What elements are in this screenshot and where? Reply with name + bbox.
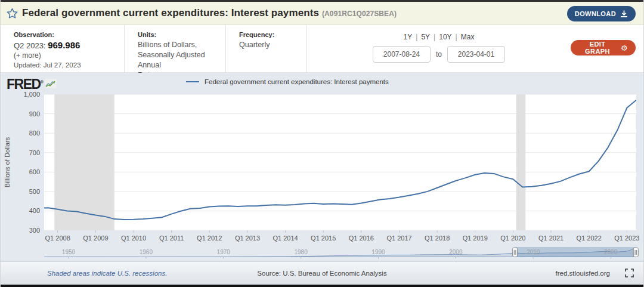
frequency-label: Frequency: bbox=[239, 31, 299, 38]
range-link-1y[interactable]: 1Y bbox=[402, 33, 414, 41]
fred-graph-widget: Federal government current expenditures:… bbox=[0, 0, 644, 287]
svg-text:Q1 2012: Q1 2012 bbox=[197, 234, 222, 242]
x-axis-labels: Q1 2008Q1 2009Q1 2010Q1 2011Q1 2012Q1 20… bbox=[45, 234, 640, 242]
meta-row: Observation: Q2 2023: 969.986 (+ more) U… bbox=[1, 25, 643, 73]
units-label: Units: bbox=[138, 31, 218, 38]
svg-text:Q1 2011: Q1 2011 bbox=[159, 234, 184, 242]
svg-text:1970: 1970 bbox=[217, 249, 231, 255]
updated-date: Updated: Jul 27, 2023 bbox=[14, 61, 117, 69]
svg-text:Q1 2016: Q1 2016 bbox=[349, 234, 374, 242]
range-link-separator: | bbox=[416, 33, 417, 41]
footer: Shaded areas indicate U.S. recessions. S… bbox=[1, 261, 643, 285]
plot-area[interactable] bbox=[44, 94, 636, 230]
date-range-panel: 1Y|5Y|10Y|Max to bbox=[307, 25, 571, 72]
header: Federal government current expenditures:… bbox=[1, 2, 643, 25]
download-button[interactable]: DOWNLOAD bbox=[567, 6, 636, 21]
observation-panel: Observation: Q2 2023: 969.986 (+ more) U… bbox=[1, 25, 125, 72]
svg-text:Q1 2018: Q1 2018 bbox=[425, 234, 450, 242]
edit-panel: EDIT GRAPH ⚙ bbox=[571, 25, 643, 72]
svg-text:1990: 1990 bbox=[371, 249, 385, 255]
svg-text:Q1 2015: Q1 2015 bbox=[311, 234, 336, 242]
end-date-input[interactable] bbox=[447, 46, 505, 63]
svg-text:Q1 2014: Q1 2014 bbox=[273, 234, 298, 242]
download-icon bbox=[620, 10, 628, 18]
series-id: (A091RC1Q027SBEA) bbox=[322, 10, 397, 18]
edit-graph-button[interactable]: EDIT GRAPH ⚙ bbox=[571, 40, 636, 55]
fullscreen-icon[interactable] bbox=[625, 269, 634, 277]
date-range-inputs: to bbox=[373, 46, 505, 63]
range-link-10y[interactable]: 10Y bbox=[438, 33, 453, 41]
main-chart[interactable]: 3004005006007008009001,000Q1 2008Q1 2009… bbox=[1, 73, 644, 261]
svg-text:Q1 2022: Q1 2022 bbox=[577, 234, 602, 242]
start-date-input[interactable] bbox=[373, 46, 431, 63]
svg-text:1950: 1950 bbox=[62, 249, 76, 255]
svg-text:Q1 2019: Q1 2019 bbox=[463, 234, 488, 242]
source-text: Source: U.S. Bureau of Economic Analysis bbox=[257, 270, 386, 277]
svg-text:Q1 2009: Q1 2009 bbox=[83, 234, 108, 242]
svg-text:2020: 2020 bbox=[604, 249, 618, 255]
svg-text:1,000: 1,000 bbox=[23, 91, 40, 98]
range-link-max[interactable]: Max bbox=[460, 33, 476, 41]
svg-text:400: 400 bbox=[29, 207, 40, 214]
svg-text:900: 900 bbox=[29, 110, 40, 118]
y-axis-labels: 3004005006007008009001,000 bbox=[23, 91, 40, 234]
observation-value: Q2 2023: 969.986 bbox=[14, 40, 117, 50]
svg-text:Q1 2010: Q1 2010 bbox=[121, 234, 146, 242]
range-shortcut-links: 1Y|5Y|10Y|Max bbox=[402, 33, 476, 41]
svg-text:1960: 1960 bbox=[140, 249, 153, 255]
svg-text:Q1 2020: Q1 2020 bbox=[500, 234, 525, 242]
gear-icon: ⚙ bbox=[621, 44, 628, 52]
svg-text:2010: 2010 bbox=[527, 249, 540, 255]
svg-text:800: 800 bbox=[29, 129, 40, 137]
date-to-label: to bbox=[436, 50, 442, 58]
site-link[interactable]: fred.stlouisfed.org bbox=[556, 270, 610, 277]
favorite-star-icon[interactable] bbox=[7, 8, 18, 19]
svg-text:Q1 2008: Q1 2008 bbox=[45, 234, 70, 242]
graph-panel: FRED® Federal government current expendi… bbox=[1, 73, 643, 261]
svg-text:700: 700 bbox=[29, 149, 40, 156]
more-observations-link[interactable]: (+ more) bbox=[14, 51, 117, 60]
navigator[interactable] bbox=[44, 247, 638, 257]
svg-text:2000: 2000 bbox=[449, 249, 463, 255]
svg-text:Q1 2023: Q1 2023 bbox=[614, 234, 639, 242]
observation-label: Observation: bbox=[14, 31, 117, 38]
frequency-panel: Frequency: Quarterly bbox=[226, 25, 307, 72]
x-axis-ticks bbox=[58, 230, 627, 233]
page-title: Federal government current expenditures:… bbox=[22, 7, 397, 19]
recession-note-link[interactable]: Shaded areas indicate U.S. recessions. bbox=[47, 270, 167, 277]
units-panel: Units: Billions of Dollars, Seasonally A… bbox=[125, 25, 226, 72]
svg-text:Q1 2021: Q1 2021 bbox=[538, 234, 564, 242]
svg-text:1980: 1980 bbox=[294, 249, 308, 255]
nav-handle-right[interactable] bbox=[633, 248, 638, 257]
frequency-value: Quarterly bbox=[239, 40, 299, 50]
nav-handle-left[interactable] bbox=[513, 248, 518, 257]
range-link-separator: | bbox=[434, 33, 435, 41]
navigator-labels: 19501960197019801990200020102020 bbox=[62, 249, 618, 259]
svg-text:600: 600 bbox=[29, 168, 40, 175]
range-link-separator: | bbox=[456, 33, 457, 41]
bottom-border bbox=[1, 285, 643, 287]
svg-text:Q1 2013: Q1 2013 bbox=[235, 234, 260, 242]
range-link-5y[interactable]: 5Y bbox=[420, 33, 431, 41]
svg-text:500: 500 bbox=[29, 188, 40, 195]
svg-text:300: 300 bbox=[29, 227, 40, 234]
svg-text:Q1 2017: Q1 2017 bbox=[386, 234, 411, 242]
